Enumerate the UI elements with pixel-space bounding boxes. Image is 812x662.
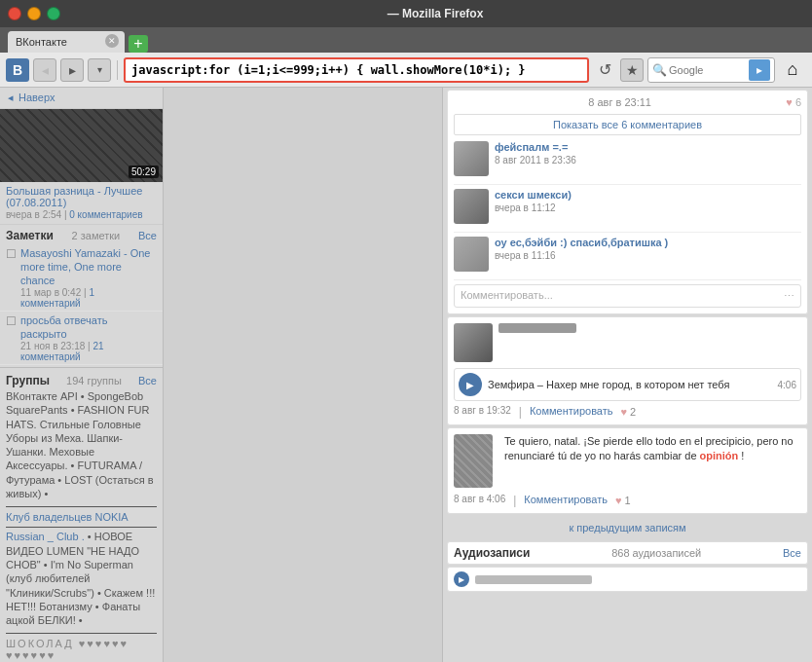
address-input[interactable]	[131, 63, 581, 77]
spanish-post-avatar	[454, 434, 493, 488]
comment-input-area[interactable]: Комментировать... ⋯	[454, 284, 801, 308]
groups-text-2: Russian _ Club . • НОВОЕ ВИДЕО LUMEN "НЕ…	[0, 530, 163, 631]
show-all-comments-btn[interactable]: Показать все 6 комментариев	[454, 114, 801, 135]
audio-duration: 4:06	[778, 380, 796, 390]
video-thumbnail[interactable]: 50:29	[0, 109, 163, 182]
new-tab-button[interactable]: +	[129, 35, 148, 53]
note-title-2[interactable]: просьба отвечать раскрыто	[20, 314, 107, 340]
comment-avatar-3	[454, 237, 489, 272]
audio-list-item-1: ▶	[447, 567, 808, 592]
forward-button[interactable]: ▸	[60, 58, 84, 82]
comment-time-header: 8 авг в 23:11 ♥ 6	[454, 96, 801, 108]
notes-section-header: Заметки 2 заметки Все	[0, 225, 163, 244]
comment-author-2[interactable]: секси шмекси)	[495, 189, 801, 201]
main-content	[164, 88, 442, 662]
audio-track-info-1	[475, 575, 801, 584]
audio-post-user-row	[454, 323, 801, 362]
window-titlebar: — Mozilla Firefox	[0, 0, 812, 27]
minimize-btn[interactable]	[27, 7, 41, 20]
comment-divider-1	[454, 184, 801, 185]
back-icon: ◂	[42, 62, 49, 78]
audio-section-all-link[interactable]: Все	[783, 547, 801, 559]
reload-button[interactable]: ↺	[593, 58, 616, 82]
spanish-comment-link[interactable]: Комментировать	[524, 494, 608, 507]
note-title-1[interactable]: Masayoshi Yamazaki - One more time, One …	[20, 247, 150, 286]
right-panel: 8 авг в 23:11 ♥ 6 Показать все 6 коммент…	[442, 88, 812, 662]
comment-time-2: вчера в 11:12	[495, 202, 801, 213]
main-scroll-filler	[164, 88, 442, 662]
groups-title: Группы	[6, 374, 50, 387]
comment-section: 8 авг в 23:11 ♥ 6 Показать все 6 коммент…	[447, 90, 808, 314]
tab-close-btn[interactable]: ✕	[105, 34, 119, 48]
maximize-btn[interactable]	[47, 7, 60, 20]
groups-all-link[interactable]: Все	[138, 375, 157, 386]
home-button[interactable]: ⌂	[779, 56, 806, 84]
video-date: вчера в 2:54 | 0 комментариев	[0, 209, 163, 225]
heart-icon: ♥	[786, 96, 793, 108]
groups-separator-2	[6, 527, 157, 528]
nav-separator	[117, 60, 118, 80]
audio-post: ▶ Земфира – Нахер мне город, в котором н…	[447, 316, 808, 425]
bookmark-button[interactable]: ★	[620, 58, 644, 82]
audio-section-header: Аудиозаписи 868 аудиозаписей Все	[447, 541, 808, 565]
audio-play-icon-1[interactable]: ▶	[454, 571, 469, 587]
comment-time-3: вчера в 11:16	[495, 250, 801, 261]
close-btn[interactable]	[8, 7, 21, 20]
comment-author-1[interactable]: фейспалм =.=	[495, 141, 801, 153]
tab-vk[interactable]: ВКонтакте ✕	[8, 31, 125, 53]
video-duration: 50:29	[129, 166, 159, 178]
prev-posts-link[interactable]: к предыдущим записям	[443, 516, 812, 539]
audio-post-avatar	[454, 323, 493, 362]
groups-count: 194 группы	[66, 375, 122, 386]
history-icon: ▾	[97, 64, 102, 75]
note-meta-2: 21 ноя в 23:18 | 21 комментарий	[20, 341, 157, 362]
note-icon-2: ☐	[6, 314, 17, 328]
history-button[interactable]: ▾	[88, 58, 111, 82]
russian-anime-club-link[interactable]: Russian _ Club .	[6, 531, 85, 542]
navigation-bar: В ◂ ▸ ▾ ↺ ★ 🔍 ▸ ⌂	[0, 53, 812, 88]
audio-track-item: ▶ Земфира – Нахер мне город, в котором н…	[454, 368, 801, 401]
notes-all-link[interactable]: Все	[138, 230, 157, 241]
note-icon-1: ☐	[6, 247, 17, 261]
spanish-post-time: 8 авг в 4:06	[454, 494, 505, 507]
spanish-like-count: ♥ 1	[615, 494, 631, 507]
spanish-post-user-row: Te quiero, natal. ¡Se pierde ello todo e…	[454, 434, 801, 488]
comment-dots: ⋯	[784, 290, 794, 303]
audio-post-author	[498, 323, 576, 333]
chocolad-text: ШОКОЛАД ♥♥♥♥♥♥ ♥♥♥♥♥♥	[0, 636, 163, 662]
notes-title: Заметки	[6, 229, 54, 242]
comment-body-1: фейспалм =.= 8 авг 2011 в 23:36	[495, 141, 801, 176]
content-area: ◂ Наверх 50:29 Большая разница - Лучшее …	[0, 88, 812, 662]
search-button[interactable]: ▸	[749, 59, 770, 81]
section-divider-1	[0, 367, 163, 368]
search-input[interactable]	[669, 64, 747, 76]
audio-track-title: Земфира – Нахер мне город, в котором нет…	[488, 379, 772, 390]
note-meta-1: 11 мар в 0:42 | 1 комментарий	[20, 287, 157, 309]
audio-section-count: 868 аудиозаписей	[611, 547, 701, 559]
audio-section-title: Аудиозаписи	[454, 546, 530, 560]
video-comments-link[interactable]: 0 комментариев	[69, 209, 142, 220]
audio-comment-link[interactable]: Комментировать	[530, 405, 613, 419]
note-item-2: ☐ просьба отвечать раскрыто 21 ноя в 23:…	[0, 312, 163, 365]
back-label: Наверх	[18, 92, 55, 103]
play-button[interactable]: ▶	[459, 373, 482, 396]
audio-post-meta	[498, 323, 801, 362]
comment-time-1: 8 авг 2011 в 23:36	[495, 155, 801, 166]
groups-separator-3	[6, 633, 157, 634]
spanish-post-text: Te quiero, natal. ¡Se pierde ello todo e…	[504, 434, 801, 464]
search-wrapper: 🔍 ▸	[647, 57, 775, 83]
back-arrow-icon: ◂	[8, 92, 14, 103]
note-content-2: просьба отвечать раскрыто 21 ноя в 23:18…	[20, 313, 157, 362]
club-nokia-link[interactable]: Клуб владельцев NOKIA	[0, 509, 163, 525]
spanish-post-actions: 8 авг в 4:06 | Комментировать ♥ 1	[454, 494, 801, 507]
spanish-highlight: opinión	[700, 450, 739, 461]
back-to-top-link[interactable]: ◂ Наверх	[0, 88, 163, 109]
video-title-link[interactable]: Большая разница - Лучшее (07.08.2011)	[0, 182, 163, 209]
forward-icon: ▸	[69, 62, 76, 78]
search-engine-icon: 🔍	[652, 63, 667, 77]
note-item-1: ☐ Masayoshi Yamazaki - One more time, On…	[0, 244, 163, 312]
comment-item-3: оу ес,бэйби :) спасиб,братишка ) вчера в…	[454, 237, 801, 272]
comment-divider-2	[454, 232, 801, 233]
comment-author-3[interactable]: оу ес,бэйби :) спасиб,братишка )	[495, 237, 801, 248]
back-button[interactable]: ◂	[33, 58, 56, 82]
